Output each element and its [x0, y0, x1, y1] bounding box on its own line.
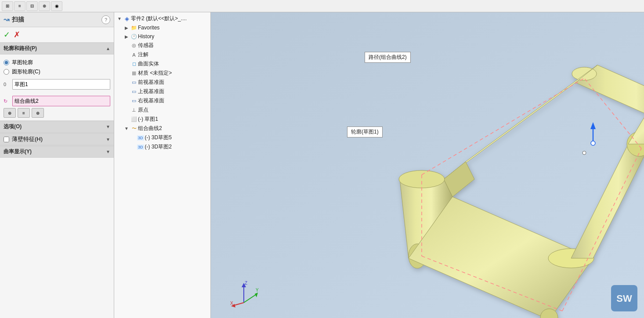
profile-path-content: 草图轮廓 圆形轮廓(C) 0 ↻ ⊕ ≡ ⊕ — [0, 54, 114, 120]
tree-item-surfaces[interactable]: ◻ 曲面实体 — [114, 59, 210, 69]
action-buttons: ✓ ✗ — [0, 27, 114, 43]
svg-point-7 — [399, 170, 445, 188]
thin-wall-label[interactable]: 薄壁特征(H) — [4, 135, 43, 143]
3dsketch2-label: (-) 3D草图2 — [145, 143, 172, 151]
tree-item-3dsketch2[interactable]: 3D (-) 3D草图2 — [114, 142, 210, 152]
field-label-0: 0 — [4, 82, 11, 87]
tree-item-history[interactable]: ▶ 🕐 History — [114, 32, 210, 41]
surfaces-icon: ◻ — [130, 61, 138, 68]
3d-badge-2: 3D — [137, 145, 144, 150]
top-plane-label: 上视基准面 — [138, 88, 164, 95]
sketch-profile-radio[interactable] — [4, 60, 9, 65]
root-label: 零件2 (默认<<默认>_.... — [131, 15, 187, 22]
feature-tree: ▼ ◈ 零件2 (默认<<默认>_.... ▶ 📁 Favorites ▶ 🕐 … — [114, 12, 211, 318]
sketch1-icon: ⬜ — [130, 116, 138, 123]
tree-item-right-plane[interactable]: ▭ 右视基准面 — [114, 96, 210, 105]
sweep-icon: ↝ — [4, 15, 9, 24]
history-label: History — [138, 33, 154, 40]
tree-item-favorites[interactable]: ▶ 📁 Favorites — [114, 23, 210, 32]
material-icon: ▦ — [130, 70, 138, 77]
tree-item-material[interactable]: ▦ 材质 <未指定> — [114, 69, 210, 78]
x-axis-label: X — [230, 301, 233, 306]
tree-root-item[interactable]: ▼ ◈ 零件2 (默认<<默认>_.... — [114, 14, 210, 23]
tree-item-curve2[interactable]: ▼ 〜 组合曲线2 — [114, 124, 210, 133]
curvature-arrow: ▼ — [106, 149, 110, 154]
options-arrow: ▼ — [106, 124, 110, 129]
curve-field-icon: ↻ — [4, 98, 11, 104]
confirm-button[interactable]: ✓ — [4, 30, 10, 40]
constraint-btn-2[interactable]: ≡ — [18, 108, 30, 118]
tree-item-3dsketch5[interactable]: 3D (-) 3D草图5 — [114, 133, 210, 142]
sweep-title: ↝ 扫描 — [4, 15, 24, 24]
surfaces-label: 曲面实体 — [138, 60, 159, 68]
sweep-panel: ↝ 扫描 ? ✓ ✗ 轮廓和路径(P) ▲ 草图轮廓 圆形轮廓(C) 0 — [0, 12, 114, 318]
curvature-section: 曲率显示(Y) ▼ — [0, 145, 114, 158]
history-icon: 🕐 — [130, 33, 138, 40]
curve2-input[interactable] — [12, 96, 110, 106]
sweep-header: ↝ 扫描 ? — [0, 12, 114, 27]
profile-path-title: 轮廓和路径(P) — [4, 45, 37, 52]
sketch1-input[interactable] — [12, 79, 110, 90]
control-point-2 — [582, 151, 586, 155]
constraint-btn-1[interactable]: ⊕ — [4, 108, 16, 118]
annotations-icon: A — [130, 51, 138, 58]
profile-type-group: 草图轮廓 圆形轮廓(C) — [4, 57, 110, 77]
svg-point-3 — [572, 67, 597, 80]
favorites-label: Favorites — [138, 25, 159, 31]
circle-profile-label: 圆形轮廓(C) — [12, 68, 40, 76]
z-axis-label: Z — [245, 281, 247, 285]
material-label: 材质 <未指定> — [138, 69, 172, 77]
history-expand: ▶ — [123, 34, 130, 39]
profile-path-section-header[interactable]: 轮廓和路径(P) ▲ — [0, 43, 114, 54]
tree-item-sketch1[interactable]: ⬜ (-) 草图1 — [114, 115, 210, 124]
tree-item-front-plane[interactable]: ▭ 前视基准面 — [114, 78, 210, 87]
profile-path-arrow: ▲ — [106, 46, 110, 51]
svg-text:SW: SW — [616, 293, 632, 304]
toolbar-btn-2[interactable]: ≡ — [14, 1, 25, 11]
thin-wall-checkbox[interactable] — [4, 137, 9, 142]
thin-wall-arrow: ▼ — [106, 137, 110, 142]
toolbar-btn-3[interactable]: ⊟ — [26, 1, 38, 11]
annotations-label: 注解 — [138, 51, 148, 58]
sweep-label: 扫描 — [12, 16, 24, 24]
tree-item-annotations[interactable]: A 注解 — [114, 50, 210, 59]
3d-viewport[interactable]: 路径(组合曲线2) 轮廓(草图1) Z Y X — [211, 12, 644, 318]
3d-badge-5: 3D — [137, 135, 144, 141]
options-section-header[interactable]: 选项(O) ▼ — [0, 121, 114, 133]
top-toolbar: ⊞ ≡ ⊟ ⊕ ◉ — [0, 0, 644, 12]
3d-scene-svg — [211, 12, 644, 318]
svg-line-17 — [244, 294, 257, 303]
toolbar-btn-5[interactable]: ◉ — [51, 1, 62, 11]
curve2-icon: 〜 — [130, 125, 138, 132]
3d-shape-area: 路径(组合曲线2) 轮廓(草图1) Z Y X — [211, 12, 644, 318]
toolbar-btn-4[interactable]: ⊕ — [39, 1, 50, 11]
constraint-btn-3[interactable]: ⊕ — [32, 108, 44, 118]
options-title: 选项(O) — [4, 123, 22, 130]
origin-icon: ⊥ — [130, 107, 138, 114]
circle-profile-option[interactable]: 圆形轮廓(C) — [4, 68, 110, 76]
top-plane-icon: ▭ — [130, 88, 138, 95]
sketch-profile-label: 草图轮廓 — [12, 59, 33, 66]
tree-item-top-plane[interactable]: ▭ 上视基准面 — [114, 87, 210, 96]
sketch-profile-option[interactable]: 草图轮廓 — [4, 59, 110, 66]
curve2-label: 组合曲线2 — [138, 125, 162, 132]
thin-wall-section-header[interactable]: 薄壁特征(H) ▼ — [0, 133, 114, 145]
y-axis-label: Y — [256, 288, 259, 293]
tree-item-origin[interactable]: ⊥ 原点 — [114, 105, 210, 115]
right-plane-label: 右视基准面 — [138, 97, 164, 105]
curvature-section-header[interactable]: 曲率显示(Y) ▼ — [0, 146, 114, 158]
root-icon: ◈ — [123, 15, 131, 22]
favorites-expand: ▶ — [123, 25, 130, 30]
help-button[interactable]: ? — [101, 15, 110, 24]
cancel-button[interactable]: ✗ — [14, 30, 20, 40]
front-plane-label: 前视基准面 — [138, 79, 164, 86]
sensors-label: 传感器 — [138, 42, 154, 49]
circle-profile-radio[interactable] — [4, 69, 9, 75]
front-plane-icon: ▭ — [130, 79, 138, 86]
right-plane-icon: ▭ — [130, 98, 138, 105]
thin-wall-section: 薄壁特征(H) ▼ — [0, 133, 114, 145]
curvature-title: 曲率显示(Y) — [4, 148, 32, 155]
tree-item-sensors[interactable]: ◎ 传感器 — [114, 41, 210, 50]
curve2-expand: ▼ — [123, 126, 130, 131]
toolbar-btn-1[interactable]: ⊞ — [2, 1, 13, 11]
